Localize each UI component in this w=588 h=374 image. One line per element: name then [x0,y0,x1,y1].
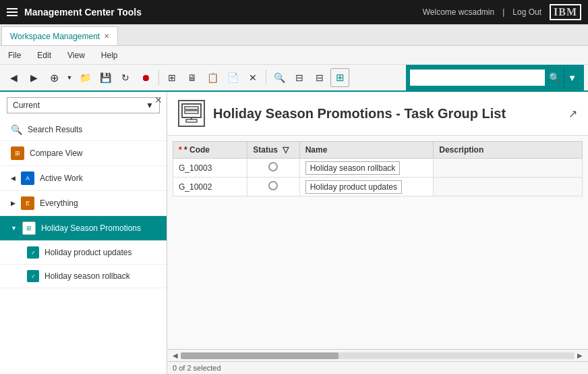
cell-code-2: G_10002 [173,178,247,196]
status-radio-2[interactable] [268,181,278,190]
content-header: Holiday Season Promotions - Task Group L… [167,92,588,136]
compare-view-icon: ⊞ [11,146,24,160]
sidebar-item-label: Compare View [30,149,82,158]
cell-name-1: Holiday season rollback [299,159,434,178]
refresh-button[interactable]: ↻ [116,68,135,87]
col-header-code: * * Code [173,142,247,159]
toolbar-search-area: 🔍 ▼ [406,65,584,90]
holiday-rollback-icon: ✓ [27,270,39,282]
split-button[interactable]: ⊟ [310,68,329,87]
scroll-track[interactable] [181,352,575,359]
content-area: Holiday Season Promotions - Task Group L… [167,92,588,374]
cell-code-1: G_10003 [173,159,247,178]
sidebar-item-holiday-product[interactable]: ✓ Holiday product updates [0,241,167,265]
sidebar-item-label: Holiday season rollback [45,271,130,281]
hamburger-menu[interactable] [7,8,18,16]
tab-close-icon[interactable]: ✕ [104,32,109,40]
status-bar: 0 of 2 selected [167,361,588,374]
sidebar: ✕ Current ▼ 🔍 Search Results ⊞ Compare V… [0,92,167,374]
sidebar-item-everything[interactable]: ▶ E Everything [0,191,167,216]
sidebar-item-holiday-rollback[interactable]: ✓ Holiday season rollback [0,265,167,288]
delete-button[interactable]: ✕ [243,68,262,87]
top-bar: Management Center Tools Welcome wcsadmin… [0,0,588,24]
cell-status-2 [247,178,299,196]
new-button[interactable]: ⊕ [45,68,63,87]
forward-button[interactable]: ▶ [24,68,43,87]
holiday-product-icon: ✓ [27,246,39,259]
grid-button[interactable]: ⊞ [163,68,181,87]
table-row: G_10003 Holiday season rollback [173,159,583,178]
tab-label: Workspace Management [10,32,100,41]
svg-rect-3 [186,119,197,122]
sidebar-item-holiday-season[interactable]: ▼ ⊞ Holiday Season Promotions [0,216,167,241]
scroll-right-button[interactable]: ▶ [577,352,583,359]
back-button[interactable]: ◀ [4,68,23,87]
separator-1 [158,70,159,85]
name-value-1: Holiday season rollback [305,161,401,175]
zoom-button[interactable]: 🔍 [270,68,289,87]
holiday-season-icon: ⊞ [22,221,36,235]
active-work-icon: A [21,171,34,185]
name-value-2: Holiday product updates [305,180,402,194]
horizontal-scrollbar: ◀ ▶ [167,349,588,361]
menu-help[interactable]: Help [98,49,121,61]
holiday-season-expand-arrow: ▼ [11,225,17,232]
expand-icon[interactable]: ↗ [568,107,577,120]
menu-file[interactable]: File [5,49,24,61]
sidebar-item-label: Holiday product updates [45,248,131,257]
sidebar-item-label: Active Work [40,173,83,183]
content-title: Holiday Season Promotions - Task Group L… [213,106,506,122]
new-dropdown-button[interactable]: ▼ [65,68,74,87]
separator-2 [266,70,266,85]
sidebar-item-active-work[interactable]: ◀ A Active Work [0,166,167,191]
status-radio-1[interactable] [268,162,278,171]
cell-desc-1[interactable] [434,159,583,178]
tab-workspace-management[interactable]: Workspace Management ✕ [1,26,118,45]
open-button[interactable]: 📁 [76,68,94,87]
sidebar-item-search-results[interactable]: 🔍 Search Results [0,119,167,141]
table-area: * * Code Status ▽ Name Description [167,136,588,349]
sidebar-dropdown-label: Current [13,101,40,110]
monitor-button[interactable]: 🖥 [183,68,202,87]
sidebar-item-compare-view[interactable]: ⊞ Compare View [0,141,167,166]
scroll-left-button[interactable]: ◀ [173,352,178,359]
search-button[interactable]: 🔍 [545,68,564,87]
table-row: G_10002 Holiday product updates [173,178,583,196]
svg-rect-2 [185,111,198,113]
scroll-thumb[interactable] [181,352,339,359]
sidebar-workspace-dropdown[interactable]: Current ▼ [7,97,160,113]
cell-status-1 [247,159,299,178]
panel-button[interactable]: ⊞ [330,68,349,87]
sidebar-close-button[interactable]: ✕ [154,95,163,105]
welcome-text: Welcome wcsadmin [423,7,494,17]
everything-expand-arrow: ▶ [11,200,16,207]
menu-bar: File Edit View Help [0,46,588,65]
svg-rect-1 [185,107,198,109]
sidebar-item-label: Everything [40,198,78,208]
app-title: Management Center Tools [24,7,142,18]
menu-view[interactable]: View [65,49,88,61]
content-type-icon [178,100,205,127]
paste-button[interactable]: 📄 [223,68,242,87]
search-results-icon: 🔍 [11,124,22,135]
status-filter-icon[interactable]: ▽ [283,145,289,155]
sidebar-dropdown-arrow: ▼ [146,101,154,110]
task-group-table: * * Code Status ▽ Name Description [173,141,583,196]
col-header-status: Status ▽ [247,142,299,159]
main-layout: ✕ Current ▼ 🔍 Search Results ⊞ Compare V… [0,92,588,374]
search-dropdown-button[interactable]: ▼ [564,68,580,87]
table-button[interactable]: ⊟ [290,68,309,87]
tab-bar: Workspace Management ✕ [0,24,588,46]
cell-desc-2[interactable] [434,178,583,196]
sidebar-item-label: Holiday Season Promotions [41,223,141,233]
sidebar-item-label: Search Results [28,125,82,134]
selection-status: 0 of 2 selected [173,364,221,372]
save-button[interactable]: 💾 [96,68,115,87]
logout-link[interactable]: Log Out [512,7,541,17]
search-input[interactable] [410,70,545,86]
stop-button[interactable]: ⏺ [136,68,155,87]
toolbar: ◀ ▶ ⊕ ▼ 📁 💾 ↻ ⏺ ⊞ 🖥 📋 📄 ✕ 🔍 ⊟ ⊟ ⊞ 🔍 ▼ [0,65,588,92]
copy-button[interactable]: 📋 [203,68,222,87]
top-bar-right: Welcome wcsadmin | Log Out IBM [423,4,581,20]
menu-edit[interactable]: Edit [34,49,54,61]
